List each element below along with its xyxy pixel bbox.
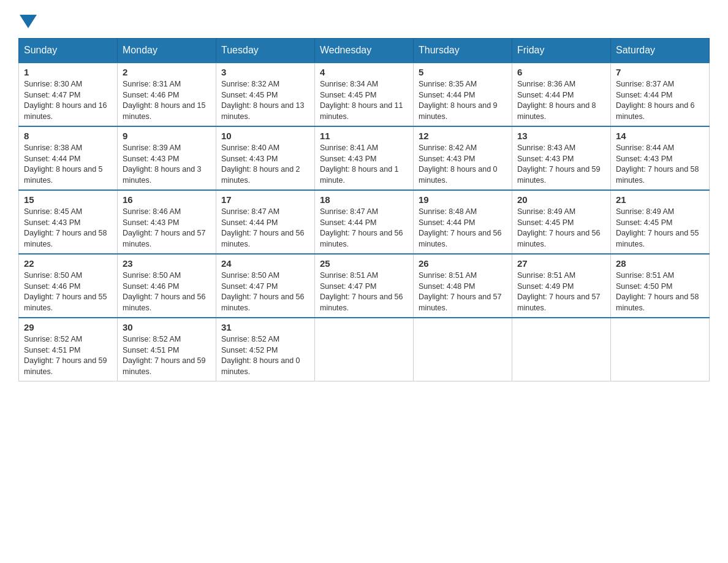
day-cell-4: 4 Sunrise: 8:34 AMSunset: 4:45 PMDayligh… <box>315 63 414 126</box>
day-number: 22 <box>24 258 112 269</box>
week-row-3: 15 Sunrise: 8:45 AMSunset: 4:43 PMDaylig… <box>19 190 710 254</box>
day-number: 29 <box>24 322 112 332</box>
day-info: Sunrise: 8:30 AMSunset: 4:47 PMDaylight:… <box>24 80 107 121</box>
calendar-table: SundayMondayTuesdayWednesdayThursdayFrid… <box>18 38 710 381</box>
day-info: Sunrise: 8:43 AMSunset: 4:43 PMDaylight:… <box>517 144 601 185</box>
day-info: Sunrise: 8:41 AMSunset: 4:43 PMDaylight:… <box>320 144 399 185</box>
page-header <box>18 12 710 26</box>
day-number: 11 <box>320 131 408 141</box>
day-number: 9 <box>123 131 211 141</box>
day-number: 28 <box>616 258 704 269</box>
day-cell-23: 23 Sunrise: 8:50 AMSunset: 4:46 PMDaylig… <box>118 254 216 318</box>
day-cell-10: 10 Sunrise: 8:40 AMSunset: 4:43 PMDaylig… <box>216 126 315 190</box>
day-cell-9: 9 Sunrise: 8:39 AMSunset: 4:43 PMDayligh… <box>118 126 216 190</box>
day-number: 27 <box>517 258 605 269</box>
day-info: Sunrise: 8:49 AMSunset: 4:45 PMDaylight:… <box>517 207 601 248</box>
day-number: 12 <box>419 131 507 141</box>
day-cell-31: 31 Sunrise: 8:52 AMSunset: 4:52 PMDaylig… <box>216 318 315 381</box>
week-row-5: 29 Sunrise: 8:52 AMSunset: 4:51 PMDaylig… <box>19 318 710 381</box>
day-number: 15 <box>24 194 112 205</box>
day-number: 14 <box>616 131 704 141</box>
week-row-1: 1 Sunrise: 8:30 AMSunset: 4:47 PMDayligh… <box>19 63 710 126</box>
day-cell-22: 22 Sunrise: 8:50 AMSunset: 4:46 PMDaylig… <box>19 254 118 318</box>
empty-cell <box>512 318 611 381</box>
day-cell-5: 5 Sunrise: 8:35 AMSunset: 4:44 PMDayligh… <box>414 63 512 126</box>
day-info: Sunrise: 8:38 AMSunset: 4:44 PMDaylight:… <box>24 144 103 185</box>
day-cell-8: 8 Sunrise: 8:38 AMSunset: 4:44 PMDayligh… <box>19 126 118 190</box>
logo-arrow-icon <box>20 15 37 28</box>
day-cell-21: 21 Sunrise: 8:49 AMSunset: 4:45 PMDaylig… <box>611 190 710 254</box>
column-header-sunday: Sunday <box>19 39 118 63</box>
day-cell-2: 2 Sunrise: 8:31 AMSunset: 4:46 PMDayligh… <box>118 63 216 126</box>
calendar-header-row: SundayMondayTuesdayWednesdayThursdayFrid… <box>19 39 710 63</box>
week-row-4: 22 Sunrise: 8:50 AMSunset: 4:46 PMDaylig… <box>19 254 710 318</box>
day-info: Sunrise: 8:37 AMSunset: 4:44 PMDaylight:… <box>616 80 695 121</box>
day-info: Sunrise: 8:49 AMSunset: 4:45 PMDaylight:… <box>616 207 699 248</box>
day-number: 7 <box>616 67 704 77</box>
day-number: 4 <box>320 67 408 77</box>
day-info: Sunrise: 8:31 AMSunset: 4:46 PMDaylight:… <box>123 80 206 121</box>
day-number: 30 <box>123 322 211 332</box>
day-number: 21 <box>616 194 704 205</box>
day-cell-7: 7 Sunrise: 8:37 AMSunset: 4:44 PMDayligh… <box>611 63 710 126</box>
day-info: Sunrise: 8:32 AMSunset: 4:45 PMDaylight:… <box>221 80 305 121</box>
day-number: 25 <box>320 258 408 269</box>
day-info: Sunrise: 8:46 AMSunset: 4:43 PMDaylight:… <box>123 207 206 248</box>
day-info: Sunrise: 8:48 AMSunset: 4:44 PMDaylight:… <box>419 207 502 248</box>
day-info: Sunrise: 8:39 AMSunset: 4:43 PMDaylight:… <box>123 144 202 185</box>
day-info: Sunrise: 8:36 AMSunset: 4:44 PMDaylight:… <box>517 80 596 121</box>
day-cell-1: 1 Sunrise: 8:30 AMSunset: 4:47 PMDayligh… <box>19 63 118 126</box>
day-number: 1 <box>24 67 112 77</box>
day-info: Sunrise: 8:44 AMSunset: 4:43 PMDaylight:… <box>616 144 699 185</box>
day-info: Sunrise: 8:47 AMSunset: 4:44 PMDaylight:… <box>221 207 305 248</box>
day-number: 13 <box>517 131 605 141</box>
day-number: 19 <box>419 194 507 205</box>
day-cell-29: 29 Sunrise: 8:52 AMSunset: 4:51 PMDaylig… <box>19 318 118 381</box>
day-cell-14: 14 Sunrise: 8:44 AMSunset: 4:43 PMDaylig… <box>611 126 710 190</box>
logo <box>18 12 37 26</box>
day-info: Sunrise: 8:50 AMSunset: 4:47 PMDaylight:… <box>221 271 305 312</box>
day-number: 5 <box>419 67 507 77</box>
empty-cell <box>414 318 512 381</box>
day-info: Sunrise: 8:50 AMSunset: 4:46 PMDaylight:… <box>123 271 206 312</box>
day-number: 17 <box>221 194 309 205</box>
day-cell-6: 6 Sunrise: 8:36 AMSunset: 4:44 PMDayligh… <box>512 63 611 126</box>
empty-cell <box>315 318 414 381</box>
day-cell-17: 17 Sunrise: 8:47 AMSunset: 4:44 PMDaylig… <box>216 190 315 254</box>
day-cell-20: 20 Sunrise: 8:49 AMSunset: 4:45 PMDaylig… <box>512 190 611 254</box>
column-header-wednesday: Wednesday <box>315 39 414 63</box>
day-info: Sunrise: 8:52 AMSunset: 4:51 PMDaylight:… <box>24 335 107 376</box>
day-info: Sunrise: 8:45 AMSunset: 4:43 PMDaylight:… <box>24 207 107 248</box>
day-cell-3: 3 Sunrise: 8:32 AMSunset: 4:45 PMDayligh… <box>216 63 315 126</box>
day-info: Sunrise: 8:51 AMSunset: 4:50 PMDaylight:… <box>616 271 699 312</box>
day-info: Sunrise: 8:34 AMSunset: 4:45 PMDaylight:… <box>320 80 403 121</box>
day-cell-26: 26 Sunrise: 8:51 AMSunset: 4:48 PMDaylig… <box>414 254 512 318</box>
day-info: Sunrise: 8:52 AMSunset: 4:52 PMDaylight:… <box>221 335 300 376</box>
day-number: 20 <box>517 194 605 205</box>
day-info: Sunrise: 8:51 AMSunset: 4:49 PMDaylight:… <box>517 271 601 312</box>
column-header-thursday: Thursday <box>414 39 512 63</box>
day-number: 2 <box>123 67 211 77</box>
day-info: Sunrise: 8:35 AMSunset: 4:44 PMDaylight:… <box>419 80 498 121</box>
day-number: 24 <box>221 258 309 269</box>
day-number: 8 <box>24 131 112 141</box>
day-info: Sunrise: 8:42 AMSunset: 4:43 PMDaylight:… <box>419 144 498 185</box>
day-info: Sunrise: 8:40 AMSunset: 4:43 PMDaylight:… <box>221 144 300 185</box>
day-cell-28: 28 Sunrise: 8:51 AMSunset: 4:50 PMDaylig… <box>611 254 710 318</box>
day-cell-13: 13 Sunrise: 8:43 AMSunset: 4:43 PMDaylig… <box>512 126 611 190</box>
column-header-tuesday: Tuesday <box>216 39 315 63</box>
day-number: 23 <box>123 258 211 269</box>
day-number: 6 <box>517 67 605 77</box>
day-info: Sunrise: 8:50 AMSunset: 4:46 PMDaylight:… <box>24 271 107 312</box>
day-cell-27: 27 Sunrise: 8:51 AMSunset: 4:49 PMDaylig… <box>512 254 611 318</box>
column-header-friday: Friday <box>512 39 611 63</box>
day-cell-16: 16 Sunrise: 8:46 AMSunset: 4:43 PMDaylig… <box>118 190 216 254</box>
day-cell-19: 19 Sunrise: 8:48 AMSunset: 4:44 PMDaylig… <box>414 190 512 254</box>
day-cell-15: 15 Sunrise: 8:45 AMSunset: 4:43 PMDaylig… <box>19 190 118 254</box>
day-cell-24: 24 Sunrise: 8:50 AMSunset: 4:47 PMDaylig… <box>216 254 315 318</box>
day-cell-18: 18 Sunrise: 8:47 AMSunset: 4:44 PMDaylig… <box>315 190 414 254</box>
day-cell-11: 11 Sunrise: 8:41 AMSunset: 4:43 PMDaylig… <box>315 126 414 190</box>
day-info: Sunrise: 8:51 AMSunset: 4:47 PMDaylight:… <box>320 271 403 312</box>
day-cell-12: 12 Sunrise: 8:42 AMSunset: 4:43 PMDaylig… <box>414 126 512 190</box>
column-header-saturday: Saturday <box>611 39 710 63</box>
